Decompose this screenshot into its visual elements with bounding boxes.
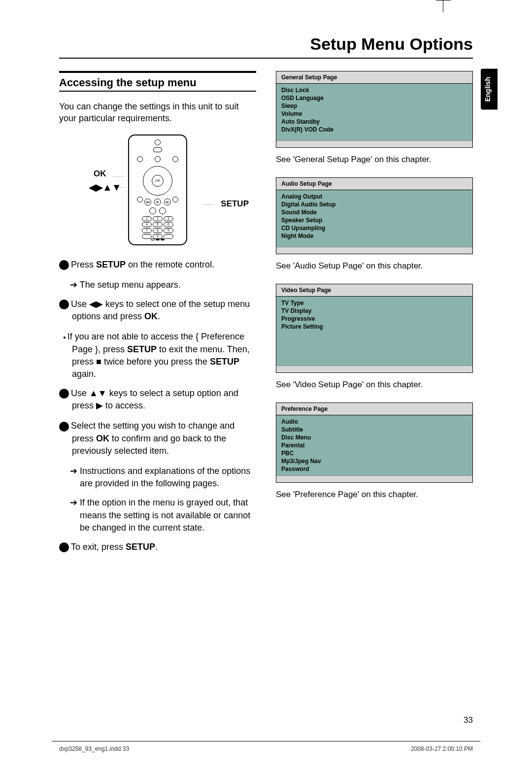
menu-item: DivX(R) VOD Code: [276, 126, 472, 134]
menu-item: Analog Output: [276, 193, 472, 201]
step-number-icon: 4: [59, 422, 69, 432]
menu-preference: Preference Page Audio Subtitle Disc Menu…: [276, 403, 473, 483]
menu-item: OSD Language: [276, 94, 472, 102]
menu-item: Disc Lock: [276, 86, 472, 94]
footer-filename: dvp3258_93_eng1.indd 33: [59, 745, 129, 752]
footer-rule: [52, 741, 480, 741]
menu-item: Volume: [276, 110, 472, 118]
title-rule: [59, 58, 473, 59]
right-column: General Setup Page Disc Lock OSD Languag…: [276, 71, 473, 561]
step-2: 2Use keys to select one of the setup men…: [59, 298, 256, 323]
menu-item: Parental: [276, 441, 472, 449]
menu-item: PBC: [276, 449, 472, 457]
step-number-icon: 2: [59, 300, 69, 309]
menu-item: Digital Audio Setup: [276, 201, 472, 208]
menu-item: Sound Mode: [276, 208, 472, 216]
menu-header: General Setup Page: [276, 71, 472, 84]
section-heading: Accessing the setup menu: [59, 75, 256, 91]
menu-header: Video Setup Page: [276, 284, 472, 297]
menu-header: Preference Page: [276, 403, 472, 415]
menu-item: Subtitle: [276, 426, 472, 434]
step-4-sub2: If the option in the menu is grayed out,…: [59, 497, 256, 534]
step-number-icon: 5: [59, 542, 69, 552]
step-3: 3Use keys to select a setup option and p…: [59, 387, 256, 412]
menu-item: Disc Menu: [276, 434, 472, 441]
menu-item: CD Upsampling: [276, 224, 472, 232]
step-5: 5To exit, press SETUP.: [59, 541, 256, 553]
remote-control-icon: OK ⏮⏯⏭ 123 456 789 0: [128, 134, 187, 245]
page-title: Setup Menu Options: [59, 34, 473, 54]
intro-text: You can change the settings in this unit…: [59, 101, 256, 125]
footer-timestamp: 2008-03-27 2:00:10 PM: [411, 745, 473, 752]
step-4: 4Select the setting you wish to change a…: [59, 420, 256, 457]
menu-item: Auto Standby: [276, 118, 472, 126]
step-number-icon: 3: [59, 389, 69, 399]
language-tab: English: [481, 69, 498, 110]
menu-general-setup: General Setup Page Disc Lock OSD Languag…: [276, 71, 473, 148]
step-4-sub1: Instructions and explanations of the opt…: [59, 465, 256, 490]
step-1-sub: The setup menu appears.: [59, 279, 256, 291]
remote-label-ok: OK: [94, 169, 106, 179]
step-2-note: If you are not able to access the { Pref…: [59, 331, 256, 380]
menu-item: Speaker Setup: [276, 216, 472, 224]
menu-item: Audio: [276, 418, 472, 426]
menu-item: TV Type: [276, 299, 472, 307]
left-column: Accessing the setup menu You can change …: [59, 71, 256, 561]
menu-caption: See 'Video Setup Page' on this chapter.: [276, 380, 473, 390]
menu-item: Progressive: [276, 315, 472, 323]
step-number-icon: 1: [59, 260, 69, 270]
menu-item: Picture Setting: [276, 323, 472, 331]
menu-audio-setup: Audio Setup Page Analog Output Digital A…: [276, 177, 473, 254]
menu-item: TV Display: [276, 307, 472, 315]
manual-page: English Setup Menu Options Accessing the…: [0, 0, 532, 772]
menu-item: Password: [276, 465, 472, 473]
remote-diagram: OK ◀▶▲▼ SETUP ······· ······ ······ OK ⏮…: [59, 134, 256, 248]
menu-item: Mp3/Jpeg Nav: [276, 457, 472, 465]
menu-caption: See 'Audio Setup Page' on this chapter.: [276, 261, 473, 271]
menu-caption: See 'General Setup Page' on this chapter…: [276, 155, 473, 165]
page-number: 33: [464, 715, 473, 725]
remote-label-setup: SETUP: [221, 199, 249, 209]
step-1: 1Press SETUP on the remote control.: [59, 259, 256, 271]
menu-caption: See 'Preference Page' on this chapter.: [276, 490, 473, 500]
menu-video-setup: Video Setup Page TV Type TV Display Prog…: [276, 284, 473, 373]
menu-item: Night Mode: [276, 232, 472, 240]
menu-item: Sleep: [276, 102, 472, 110]
menu-header: Audio Setup Page: [276, 178, 472, 190]
steps-list: 1Press SETUP on the remote control. The …: [59, 259, 256, 554]
